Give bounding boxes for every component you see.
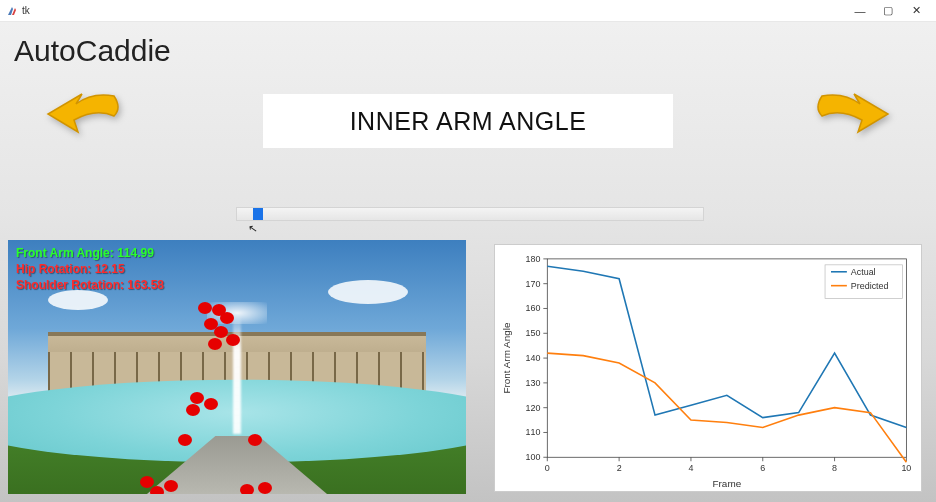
pose-keypoint	[226, 334, 240, 346]
svg-text:170: 170	[525, 279, 540, 289]
svg-text:130: 130	[525, 378, 540, 388]
window-close-button[interactable]: ✕	[902, 2, 930, 20]
frame-slider[interactable]	[236, 207, 704, 221]
window-minimize-button[interactable]: —	[846, 2, 874, 20]
pose-keypoint	[178, 434, 192, 446]
arrow-right-icon	[806, 88, 894, 150]
overlay-hip-rotation: Hip Rotation: 12.15	[16, 262, 125, 276]
pose-keypoint	[164, 480, 178, 492]
metric-heading: INNER ARM ANGLE	[263, 94, 673, 148]
svg-text:Front Arm Angle: Front Arm Angle	[501, 322, 512, 394]
pose-keypoint	[208, 338, 222, 350]
next-arrow-button[interactable]	[806, 88, 894, 154]
scene-cloud	[328, 280, 408, 304]
window-title: tk	[22, 5, 30, 16]
app-title: AutoCaddie	[14, 34, 171, 68]
chart-panel: 1001101201301401501601701800246810FrameF…	[494, 244, 922, 492]
svg-text:150: 150	[525, 328, 540, 338]
svg-text:180: 180	[525, 254, 540, 264]
overlay-value: 163.58	[127, 278, 164, 292]
svg-text:140: 140	[525, 353, 540, 363]
pose-keypoint	[190, 392, 204, 404]
overlay-front-arm-angle: Front Arm Angle: 114.99	[16, 246, 154, 260]
pose-keypoint	[248, 434, 262, 446]
slider-track	[236, 207, 704, 221]
window-maximize-button[interactable]: ▢	[874, 2, 902, 20]
scene-fountain	[233, 314, 241, 434]
svg-text:8: 8	[832, 463, 837, 473]
arrow-left-icon	[42, 88, 130, 150]
svg-text:120: 120	[525, 403, 540, 413]
pose-keypoint	[258, 482, 272, 494]
line-chart: 1001101201301401501601701800246810FrameF…	[495, 245, 921, 491]
pose-keypoint	[204, 398, 218, 410]
svg-text:Actual: Actual	[851, 267, 876, 277]
svg-text:100: 100	[525, 452, 540, 462]
overlay-label: Front Arm Angle:	[16, 246, 114, 260]
pose-keypoint	[240, 484, 254, 494]
scene-cloud	[48, 290, 108, 310]
svg-text:0: 0	[545, 463, 550, 473]
pose-keypoint	[220, 312, 234, 324]
video-preview: Front Arm Angle: 114.99 Hip Rotation: 12…	[8, 240, 466, 494]
overlay-label: Shoulder Rotation:	[16, 278, 124, 292]
mouse-cursor-icon: ↖	[247, 221, 258, 235]
overlay-value: 12.15	[95, 262, 125, 276]
overlay-label: Hip Rotation:	[16, 262, 91, 276]
svg-text:160: 160	[525, 303, 540, 313]
svg-text:2: 2	[617, 463, 622, 473]
overlay-shoulder-rotation: Shoulder Rotation: 163.58	[16, 278, 164, 292]
svg-text:4: 4	[688, 463, 693, 473]
svg-text:110: 110	[525, 427, 540, 437]
prev-arrow-button[interactable]	[42, 88, 130, 154]
svg-text:6: 6	[760, 463, 765, 473]
svg-text:10: 10	[901, 463, 911, 473]
svg-text:Predicted: Predicted	[851, 281, 889, 291]
pose-keypoint	[198, 302, 212, 314]
svg-text:Frame: Frame	[713, 478, 742, 489]
tk-feather-icon	[6, 5, 18, 17]
window-titlebar: tk — ▢ ✕	[0, 0, 936, 22]
app-root: AutoCaddie INNER ARM ANGLE ↖ Front	[0, 22, 936, 502]
overlay-value: 114.99	[117, 246, 154, 260]
pose-keypoint	[150, 486, 164, 494]
pose-keypoint	[186, 404, 200, 416]
slider-thumb[interactable]	[253, 208, 263, 220]
